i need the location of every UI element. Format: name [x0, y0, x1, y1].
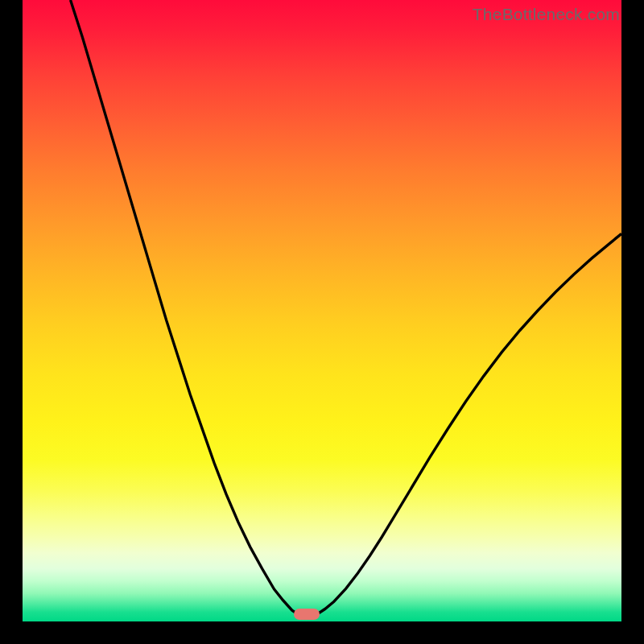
watermark-text: TheBottleneck.com [473, 5, 620, 24]
optimum-marker [294, 609, 320, 620]
curve-path [71, 0, 621, 616]
chart-stage: TheBottleneck.com [0, 0, 644, 644]
bottleneck-curve [23, 0, 621, 621]
plot-area [23, 0, 621, 621]
